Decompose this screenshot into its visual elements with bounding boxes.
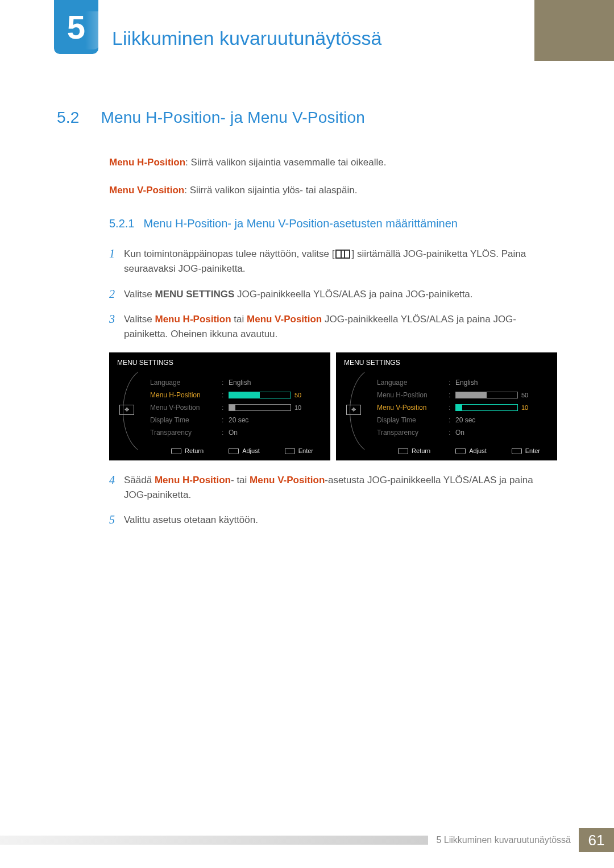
- step2-b: JOG-painikkeella YLÖS/ALAS ja paina JOG-…: [234, 289, 472, 300]
- osd-label-transparency: Transparency: [377, 427, 449, 438]
- osd-row-transparency: Transparency : On: [150, 426, 325, 439]
- chapter-title: Liikkuminen kuvaruutunäytössä: [112, 27, 381, 49]
- osd-slider-vpos: [229, 404, 291, 411]
- step3-a: Valitse: [124, 314, 155, 325]
- osd-sep: :: [222, 415, 229, 426]
- adjust-icon: [455, 448, 466, 454]
- osd-val-transparency: On: [455, 427, 493, 438]
- osd-sep: :: [222, 390, 229, 401]
- osd-row-transparency: Transparency : On: [377, 426, 551, 439]
- step4-term2: Menu V-Position: [250, 475, 325, 485]
- return-icon: [398, 448, 408, 454]
- osd-screen-vposition: MENU SETTINGS Language : English Menu H-…: [336, 352, 557, 460]
- osd-sep: :: [222, 402, 229, 413]
- menu-icon: [335, 250, 350, 259]
- osd-label-language: Language: [377, 377, 449, 388]
- osd-val-vpos: 10: [521, 403, 528, 413]
- enter-icon: [512, 448, 522, 454]
- osd-val-displaytime: 20 sec: [229, 415, 266, 426]
- adjust-icon: [229, 448, 239, 454]
- osd-sep: :: [449, 390, 455, 401]
- step-5: Valittu asetus otetaan käyttöön.: [109, 513, 557, 528]
- position-icon: [119, 405, 134, 415]
- chapter-number-badge: 5: [54, 0, 98, 54]
- subsection-number: 5.2.1: [109, 217, 134, 230]
- osd-sep: :: [449, 415, 455, 426]
- steps-list-continued: Säädä Menu H-Position- tai Menu V-Positi…: [109, 473, 557, 528]
- osd-row-vposition-selected: Menu V-Position : 10: [377, 401, 551, 414]
- osd-sep: :: [449, 402, 455, 413]
- footer-chapter-label: 5 Liikkuminen kuvaruutunäytössä: [436, 835, 571, 845]
- steps-list: Kun toimintonäppäinopas tulee näyttöön, …: [109, 247, 557, 342]
- osd-row-language: Language : English: [377, 376, 551, 389]
- osd-foot-return: Return: [171, 446, 204, 456]
- step4-term1: Menu H-Position: [155, 475, 231, 485]
- intro-h-text: : Siirrä valikon sijaintia vasemmalle ta…: [185, 157, 386, 168]
- step-4: Säädä Menu H-Position- tai Menu V-Positi…: [109, 473, 557, 503]
- osd-label-transparency: Transparency: [150, 427, 222, 438]
- osd-val-hpos: 50: [294, 391, 301, 400]
- term-menu-h-position: Menu H-Position: [109, 157, 185, 168]
- osd-sep: :: [449, 377, 455, 388]
- osd-foot-enter: Enter: [285, 446, 313, 456]
- page-footer: 5 Liikkuminen kuvaruutunäytössä 61: [0, 828, 614, 852]
- intro-vposition: Menu V-Position: Siirrä valikon sijainti…: [109, 183, 557, 198]
- step-2: Valitse MENU SETTINGS JOG-painikkeella Y…: [109, 287, 557, 302]
- step-1: Kun toimintonäppäinopas tulee näyttöön, …: [109, 247, 557, 277]
- osd-sep: :: [449, 427, 455, 438]
- osd-row-language: Language : English: [150, 376, 325, 389]
- osd-row-vposition: Menu V-Position : 10: [150, 401, 325, 414]
- osd-val-vpos: 10: [294, 403, 301, 413]
- osd-label-hpos: Menu H-Position: [150, 390, 222, 401]
- step5-text: Valittu asetus otetaan käyttöön.: [124, 513, 557, 528]
- osd-label-displaytime: Display Time: [150, 415, 222, 426]
- osd-screens: MENU SETTINGS Language : English Menu H-…: [109, 352, 557, 460]
- return-icon: [171, 448, 181, 454]
- term-menu-v-position: Menu V-Position: [109, 185, 184, 196]
- osd-slider-vpos: [455, 404, 518, 411]
- osd-label-displaytime: Display Time: [377, 415, 449, 426]
- section-heading: 5.2Menu H-Position- ja Menu V-Position: [57, 105, 557, 130]
- osd-label-vpos: Menu V-Position: [150, 402, 222, 413]
- section-title-text: Menu H-Position- ja Menu V-Position: [101, 109, 366, 126]
- osd-val-displaytime: 20 sec: [455, 415, 493, 426]
- osd-foot-enter: Enter: [512, 446, 540, 456]
- osd-label-language: Language: [150, 377, 222, 388]
- enter-icon: [285, 448, 295, 454]
- step3-term2: Menu V-Position: [247, 314, 322, 325]
- osd-label-vpos: Menu V-Position: [377, 402, 449, 413]
- footer-page-number: 61: [579, 828, 614, 852]
- osd-row-hposition: Menu H-Position : 50: [377, 389, 551, 401]
- chapter-header: 5 Liikkuminen kuvaruutunäytössä: [0, 0, 614, 65]
- osd-val-transparency: On: [229, 427, 266, 438]
- step2-bold: MENU SETTINGS: [155, 289, 235, 300]
- section-number: 5.2: [57, 109, 80, 126]
- osd-foot-adjust: Adjust: [455, 446, 487, 456]
- osd-footer: Return Adjust Enter: [109, 443, 330, 460]
- footer-bar: [0, 836, 428, 845]
- osd-row-displaytime: Display Time : 20 sec: [150, 414, 325, 426]
- step4-a: Säädä: [124, 475, 155, 485]
- page-content: 5.2Menu H-Position- ja Menu V-Position M…: [0, 65, 614, 528]
- step3-term1: Menu H-Position: [155, 314, 231, 325]
- step1-text-a: Kun toimintonäppäinopas tulee näyttöön, …: [124, 248, 334, 259]
- osd-label-hpos: Menu H-Position: [377, 390, 449, 401]
- osd-title: MENU SETTINGS: [109, 352, 330, 373]
- osd-val-language: English: [229, 377, 266, 388]
- intro-v-text: : Siirrä valikon sijaintia ylös- tai ala…: [184, 185, 357, 196]
- osd-row-displaytime: Display Time : 20 sec: [377, 414, 551, 426]
- osd-title: MENU SETTINGS: [336, 352, 557, 373]
- osd-sep: :: [222, 427, 229, 438]
- osd-val-language: English: [455, 377, 493, 388]
- osd-val-hpos: 50: [521, 391, 528, 400]
- step2-a: Valitse: [124, 289, 155, 300]
- osd-row-hposition-selected: Menu H-Position : 50: [150, 389, 325, 401]
- position-icon: [346, 405, 361, 415]
- corner-accent: [534, 0, 614, 61]
- step-3: Valitse Menu H-Position tai Menu V-Posit…: [109, 312, 557, 342]
- subsection-heading: 5.2.1Menu H-Position- ja Menu V-Position…: [109, 215, 557, 232]
- osd-slider-hpos: [455, 392, 518, 398]
- step3-mid: tai: [231, 314, 247, 325]
- osd-screen-hposition: MENU SETTINGS Language : English Menu H-…: [109, 352, 330, 460]
- intro-hposition: Menu H-Position: Siirrä valikon sijainti…: [109, 155, 557, 170]
